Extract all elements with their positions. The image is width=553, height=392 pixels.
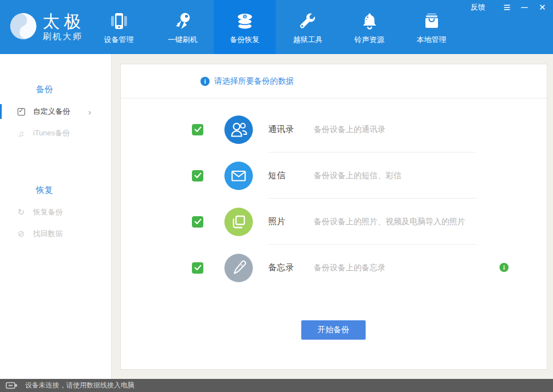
sidebar-item-0-0[interactable]: 自定义备份 › — [0, 101, 111, 122]
chevron-right-icon: › — [88, 107, 91, 117]
wrench-icon — [297, 10, 319, 34]
backup-database-icon — [234, 10, 256, 34]
nav-tab-label: 设备管理 — [104, 35, 134, 45]
nav-tab-label: 本地管理 — [417, 35, 447, 45]
item-description: 备份设备上的照片、视频及电脑导入的照片 — [314, 217, 465, 227]
nav-tab-4[interactable]: 越狱工具 — [277, 0, 339, 54]
start-backup-button[interactable]: 开始备份 — [301, 320, 366, 340]
backup-item-row: 备忘录 备份设备上的备忘录 i — [121, 245, 547, 291]
sidebar: 备份 自定义备份 › ♫ iTunes备份 恢复 ↻ 恢复备份 ⊘ 找回数据 — [0, 54, 112, 379]
bell-icon — [358, 10, 381, 34]
sidebar-item-1-1[interactable]: ⊘ 找回数据 — [0, 223, 111, 245]
backup-item-row: 通讯录 备份设备上的通讯录 — [121, 106, 547, 152]
nav-tab-label: 一键刷机 — [168, 35, 198, 45]
taiji-yinyang-icon — [5, 7, 42, 45]
phone-icon — [108, 10, 130, 34]
rocket-icon — [171, 10, 194, 34]
item-checkbox[interactable] — [192, 124, 203, 135]
notice-row: i 请选择所要备份的数据 — [121, 64, 547, 98]
sidebar-section-heading: 备份 — [36, 54, 111, 95]
item-description: 备份设备上的短信、彩信 — [314, 171, 402, 181]
info-icon[interactable]: i — [499, 263, 509, 272]
nav-tab-6[interactable]: 本地管理 — [400, 0, 462, 54]
item-title: 备忘录 — [268, 262, 305, 273]
sidebar-item-label: 恢复备份 — [33, 207, 63, 217]
sidebar-item-label: 找回数据 — [33, 229, 63, 239]
nav-tab-label: 越狱工具 — [293, 35, 323, 45]
storage-box-icon — [420, 10, 443, 34]
top-navigation-bar: 太极 刷机大师 设备管理 一键刷机 备份恢复 越狱工具 铃声资源 本地管理 反馈… — [0, 0, 553, 54]
backup-item-list: 通讯录 备份设备上的通讯录 短信 备份设备上的短信、彩信 照片 备份设备上的照片… — [121, 98, 547, 291]
sidebar-item-label: 自定义备份 — [33, 106, 70, 117]
hamburger-icon[interactable]: ≡ — [503, 2, 510, 13]
item-title: 通讯录 — [268, 124, 305, 135]
minimize-icon[interactable]: ─ — [521, 2, 527, 13]
contacts-icon — [224, 115, 253, 144]
item-checkbox[interactable] — [192, 262, 203, 274]
photos-icon — [224, 208, 253, 236]
item-description: 备份设备上的通讯录 — [314, 125, 386, 135]
cable-icon — [6, 382, 18, 389]
notes-icon — [224, 254, 253, 282]
logo-title: 太极 — [43, 12, 85, 31]
nav-tab-1[interactable]: 设备管理 — [88, 0, 150, 54]
sms-icon — [224, 162, 253, 190]
nav-tab-label: 备份恢复 — [230, 35, 260, 45]
status-bar: 设备未连接，请使用数据线接入电脑 — [0, 379, 553, 392]
sidebar-item-label: iTunes备份 — [33, 128, 70, 138]
item-title: 短信 — [268, 170, 305, 181]
music-note-icon: ♫ — [15, 129, 27, 138]
sidebar-item-1-0[interactable]: ↻ 恢复备份 — [0, 201, 111, 223]
item-checkbox[interactable] — [192, 170, 203, 181]
nav-tab-3[interactable]: 备份恢复 — [214, 0, 276, 54]
backup-item-row: 照片 备份设备上的照片、视频及电脑导入的照片 — [121, 199, 547, 245]
nav-tab-5[interactable]: 铃声资源 — [338, 0, 400, 54]
sidebar-section-heading: 恢复 — [36, 144, 111, 196]
custom-backup-icon — [15, 108, 27, 115]
item-description: 备份设备上的备忘录 — [314, 263, 386, 273]
nav-tab-label: 铃声资源 — [355, 35, 384, 45]
item-checkbox[interactable] — [192, 216, 203, 228]
status-message: 设备未连接，请使用数据线接入电脑 — [25, 381, 134, 390]
close-icon[interactable]: ✕ — [539, 2, 546, 13]
nav-tab-2[interactable]: 一键刷机 — [151, 0, 214, 54]
info-icon: i — [200, 77, 210, 86]
backup-item-row: 短信 备份设备上的短信、彩信 — [121, 152, 547, 199]
sidebar-item-0-1[interactable]: ♫ iTunes备份 — [0, 122, 111, 144]
recover-data-icon: ⊘ — [15, 229, 27, 239]
feedback-link[interactable]: 反馈 — [470, 2, 485, 13]
app-logo: 太极 刷机大师 — [9, 12, 85, 41]
notice-text: 请选择所要备份的数据 — [214, 76, 294, 86]
logo-subtitle: 刷机大师 — [43, 31, 85, 41]
app-window: 太极 刷机大师 设备管理 一键刷机 备份恢复 越狱工具 铃声资源 本地管理 反馈… — [0, 0, 553, 392]
backup-panel: i 请选择所要备份的数据 通讯录 备份设备上的通讯录 短信 备份设备上的短信、彩… — [120, 64, 547, 370]
restore-icon: ↻ — [15, 207, 27, 217]
item-title: 照片 — [268, 216, 305, 227]
